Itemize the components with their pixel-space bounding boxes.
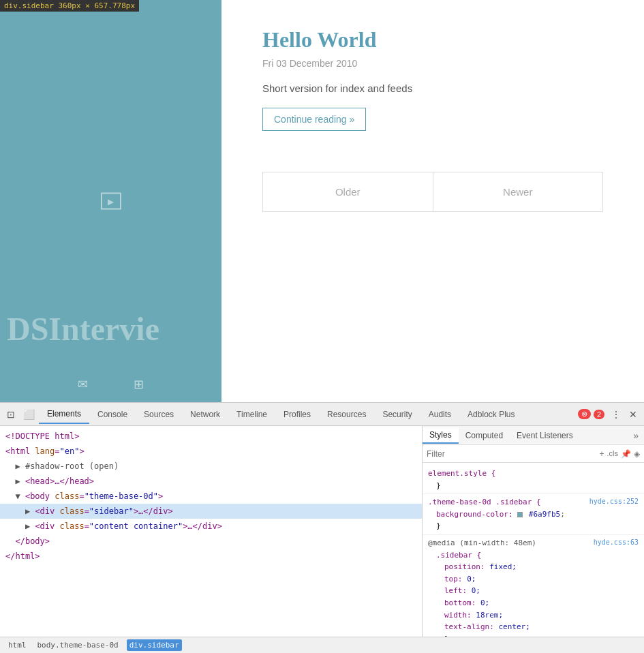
devtools-breadcrumb: html body.theme-base-0d div.sidebar (0, 637, 644, 653)
close-devtools-btn[interactable]: ✕ (625, 406, 641, 423)
cursor-icon-btn[interactable]: ⊡ (3, 406, 19, 423)
continue-reading-button[interactable]: Continue reading » (262, 108, 366, 131)
tab-audits[interactable]: Audits (420, 406, 459, 423)
tab-elements[interactable]: Elements (39, 405, 89, 424)
dom-line-sidebar[interactable]: ▶ <div class="sidebar">…</div> (0, 504, 422, 519)
tab-security[interactable]: Security (374, 406, 420, 423)
tab-resources[interactable]: Resources (319, 406, 374, 423)
sidebar-logo: DSIntervie (7, 310, 159, 348)
devtools-right-icons: ⊗ 2 ⋮ ✕ (578, 406, 641, 423)
breadcrumb-body[interactable]: body.theme-base-0d (35, 639, 121, 651)
feed-icon: ⊞ (134, 377, 144, 392)
newer-button[interactable]: Newer (433, 172, 603, 211)
subtab-styles[interactable]: Styles (423, 427, 459, 444)
style-rule-body: } (428, 480, 639, 492)
style-file-link-media[interactable]: hyde.css:63 (594, 537, 639, 548)
more-options-btn[interactable]: ⋮ (607, 406, 625, 423)
devtools-tabs: Elements Console Sources Network Timelin… (39, 405, 578, 424)
devtools-body: <!DOCTYPE html> <html lang="en"> ▶ #shad… (0, 426, 644, 637)
dom-line-shadow: ▶ #shadow-root (open) (0, 459, 422, 474)
style-selector-theme: .theme-base-0d .sidebar { hyde.css:252 (428, 496, 639, 508)
email-icon: ✉ (78, 377, 88, 392)
dom-line-html: <html lang="en"> (0, 444, 422, 459)
breadcrumb-sidebar[interactable]: div.sidebar (127, 639, 182, 651)
styles-filter-bar: + .cls 📌 ◈ (423, 445, 644, 463)
devtools-panel: ⊡ ⬜ Elements Console Sources Network Tim… (0, 402, 644, 653)
style-rule-media: @media (min-width: 48em) hyde.css:63 .si… (423, 535, 644, 637)
main-content: Hello World Fri 03 December 2010 Short v… (221, 0, 644, 402)
post-date: Fri 03 December 2010 (262, 58, 603, 69)
style-rule-selector: element.style { (428, 468, 639, 480)
tab-sources[interactable]: Sources (136, 406, 182, 423)
style-media-props: position: fixed; top: 0; left: 0; bottom… (436, 561, 639, 637)
color-picker-icon[interactable]: ◈ (634, 449, 640, 459)
add-style-icon[interactable]: + (599, 449, 604, 459)
tab-console[interactable]: Console (89, 406, 136, 423)
style-rule-theme-sidebar: .theme-base-0d .sidebar { hyde.css:252 b… (423, 494, 644, 535)
subtab-computed[interactable]: Computed (459, 428, 510, 443)
error-count: 2 (594, 410, 604, 419)
dom-panel[interactable]: <!DOCTYPE html> <html lang="en"> ▶ #shad… (0, 426, 423, 637)
dom-line-body-close: </body> (0, 534, 422, 549)
styles-subtabs: Styles Computed Event Listeners » (423, 426, 644, 445)
post-excerpt: Short version for index and feeds (262, 82, 603, 94)
sidebar-bottom-icons: ✉ ⊞ (0, 377, 221, 392)
devtools-toolbar: ⊡ ⬜ Elements Console Sources Network Tim… (0, 403, 644, 426)
styles-panel: Styles Computed Event Listeners » + .cls… (423, 426, 644, 637)
styles-filter-input[interactable] (427, 449, 599, 459)
breadcrumb-html[interactable]: html (5, 639, 29, 651)
style-file-link[interactable]: hyde.css:252 (589, 496, 639, 507)
color-swatch[interactable] (517, 512, 523, 517)
style-body-theme: background-color: #6a9fb5; } (428, 508, 639, 532)
dom-line-body-open: ▼ <body class="theme-base-0d"> (0, 489, 422, 504)
sidebar-preview: div.sidebar 360px × 657.778px DSIntervie… (0, 0, 221, 402)
dom-line-content: ▶ <div class="content container">…</div> (0, 519, 422, 534)
style-media-body: .sidebar { position: fixed; top: 0; left… (428, 549, 639, 637)
dom-line-head: ▶ <head>…</head> (0, 474, 422, 489)
subtab-more[interactable]: » (628, 427, 644, 444)
pagination: Older Newer (262, 172, 603, 212)
tab-timeline[interactable]: Timeline (228, 406, 275, 423)
post-title: Hello World (262, 27, 603, 52)
styles-filter-icons: + .cls 📌 ◈ (599, 449, 640, 459)
older-button[interactable]: Older (263, 172, 433, 211)
error-badge: ⊗ (578, 409, 591, 419)
style-prop-bgcolor: background-color: #6a9fb5; (436, 508, 639, 521)
style-rule-element: element.style { } (423, 466, 644, 494)
device-icon-btn[interactable]: ⬜ (19, 406, 39, 423)
dom-line-doctype: <!DOCTYPE html> (0, 429, 422, 444)
tab-network[interactable]: Network (182, 406, 228, 423)
image-placeholder (101, 193, 121, 210)
tab-adblock[interactable]: Adblock Plus (459, 406, 523, 423)
tab-profiles[interactable]: Profiles (275, 406, 319, 423)
style-media-query: @media (min-width: 48em) hyde.css:63 (428, 537, 639, 549)
cls-toggle[interactable]: .cls (607, 449, 619, 459)
subtab-event-listeners[interactable]: Event Listeners (510, 428, 580, 443)
element-tooltip: div.sidebar 360px × 657.778px (0, 0, 139, 12)
styles-content: element.style { } .theme-base-0d .sideba… (423, 463, 644, 637)
pin-icon[interactable]: 📌 (621, 449, 631, 459)
browser-preview: div.sidebar 360px × 657.778px DSIntervie… (0, 0, 644, 402)
dom-line-html-close: </html> (0, 549, 422, 564)
